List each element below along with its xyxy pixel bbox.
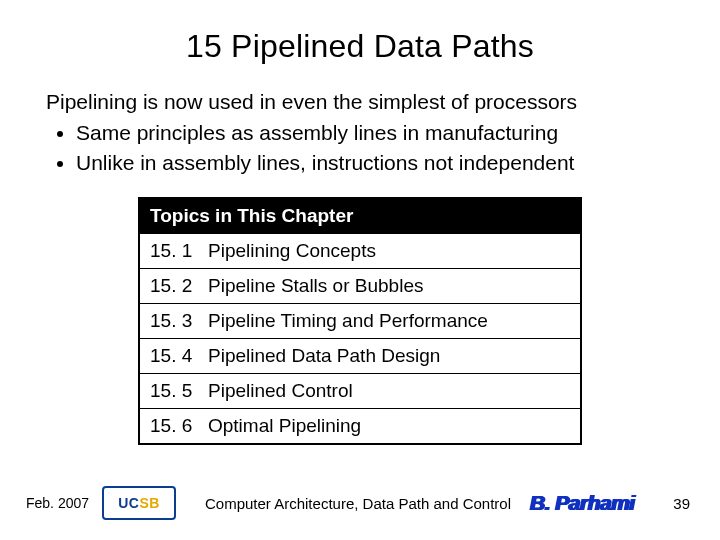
- topics-row: 15. 4 Pipelined Data Path Design: [140, 338, 580, 373]
- logo-text-uc: UC: [118, 495, 139, 511]
- slide: 15 Pipelined Data Paths Pipelining is no…: [0, 0, 720, 540]
- footer-date: Feb. 2007: [26, 495, 100, 511]
- topics-row: 15. 3 Pipeline Timing and Performance: [140, 303, 580, 338]
- intro-bullet: Same principles as assembly lines in man…: [76, 118, 674, 147]
- intro-lead: Pipelining is now used in even the simpl…: [46, 87, 674, 116]
- topics-table: Topics in This Chapter 15. 1 Pipelining …: [138, 197, 582, 445]
- logo-text-sb: SB: [139, 495, 159, 511]
- topic-title: Optimal Pipelining: [208, 415, 361, 437]
- ucsb-logo: UCSB: [102, 486, 176, 520]
- footer-author: B. Parhami: [530, 491, 650, 515]
- topic-title: Pipeline Stalls or Bubbles: [208, 275, 423, 297]
- topics-row: 15. 2 Pipeline Stalls or Bubbles: [140, 268, 580, 303]
- footer-center-text: Computer Architecture, Data Path and Con…: [176, 495, 530, 512]
- intro-bullet-list: Same principles as assembly lines in man…: [76, 118, 674, 177]
- topic-title: Pipeline Timing and Performance: [208, 310, 488, 332]
- slide-title: 15 Pipelined Data Paths: [0, 0, 720, 65]
- topics-row: 15. 1 Pipelining Concepts: [140, 233, 580, 268]
- topics-row: 15. 5 Pipelined Control: [140, 373, 580, 408]
- topic-number: 15. 1: [150, 240, 194, 262]
- intro-block: Pipelining is now used in even the simpl…: [46, 87, 674, 177]
- topic-number: 15. 4: [150, 345, 194, 367]
- footer-page-number: 39: [650, 495, 690, 512]
- intro-bullet: Unlike in assembly lines, instructions n…: [76, 148, 674, 177]
- topic-title: Pipelining Concepts: [208, 240, 376, 262]
- topic-number: 15. 2: [150, 275, 194, 297]
- topic-number: 15. 5: [150, 380, 194, 402]
- topic-title: Pipelined Control: [208, 380, 353, 402]
- slide-footer: Feb. 2007 UCSB Computer Architecture, Da…: [0, 484, 720, 522]
- topic-number: 15. 6: [150, 415, 194, 437]
- topics-row: 15. 6 Optimal Pipelining: [140, 408, 580, 443]
- topic-number: 15. 3: [150, 310, 194, 332]
- topics-header: Topics in This Chapter: [140, 199, 580, 233]
- topic-title: Pipelined Data Path Design: [208, 345, 440, 367]
